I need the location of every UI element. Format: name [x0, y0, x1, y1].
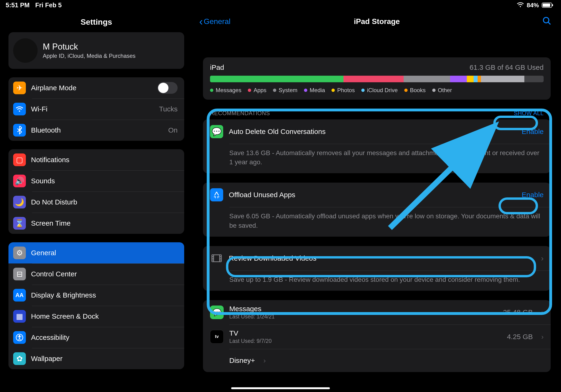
- accessibility-label: Accessibility: [31, 334, 69, 341]
- notifications-row[interactable]: ▢Notifications: [9, 149, 184, 170]
- battery-icon: [542, 3, 552, 8]
- general-row[interactable]: ⚙General: [9, 242, 184, 263]
- recommendation-offload: Offload Unused Apps Enable Save 6.05 GB …: [203, 183, 551, 236]
- storage-summary-card: iPad 61.3 GB of 64 GB Used MessagesAppsS…: [203, 57, 551, 100]
- home-row[interactable]: ▦Home Screen & Dock: [9, 306, 184, 327]
- bluetooth-label: Bluetooth: [31, 126, 61, 134]
- app-size: 25.48 GB: [503, 308, 533, 316]
- wallpaper-label: Wallpaper: [31, 355, 63, 363]
- sounds-icon: 🔊: [13, 174, 26, 187]
- storage-seg-other: [481, 76, 524, 82]
- wifi-row[interactable]: Wi-Fi Tucks: [9, 98, 184, 120]
- rec-auto-delete-desc: Save 13.6 GB - Automatically removes all…: [203, 144, 551, 173]
- display-icon: AA: [13, 289, 26, 302]
- profile-name: M Potuck: [43, 42, 136, 52]
- airplane-mode-switch[interactable]: [157, 82, 178, 94]
- storage-seg-icloud-drive: [474, 76, 478, 82]
- app-name: TV: [229, 329, 271, 337]
- recommendation-videos: Review Downloaded Videos › Save up to 1.…: [203, 246, 551, 291]
- settings-sidebar: Settings M Potuck Apple ID, iCloud, Medi…: [0, 10, 193, 392]
- appstore-icon: [210, 188, 223, 201]
- app-size: 4.25 GB: [507, 333, 533, 341]
- airplane-mode-row[interactable]: ✈ Airplane Mode: [9, 77, 184, 98]
- bluetooth-value: On: [168, 126, 178, 134]
- messages-icon: 💬: [210, 305, 224, 319]
- svg-point-1: [19, 335, 20, 336]
- airplane-icon: ✈: [13, 82, 26, 94]
- chevron-right-icon: ›: [541, 308, 544, 316]
- rec-auto-delete-row[interactable]: 💬 Auto Delete Old Conversations Enable: [203, 120, 551, 144]
- wifi-settings-icon: [13, 103, 26, 115]
- storage-seg-messages: [210, 76, 344, 82]
- chevron-right-icon: ›: [263, 357, 266, 364]
- display-row[interactable]: AADisplay & Brightness: [9, 285, 184, 306]
- storage-used-text: 61.3 GB of 64 GB Used: [470, 64, 544, 71]
- rec-offload-row[interactable]: Offload Unused Apps Enable: [203, 183, 551, 207]
- sounds-row[interactable]: 🔊Sounds: [9, 170, 184, 192]
- legend-item: iCloud Drive: [361, 87, 398, 94]
- wallpaper-icon: ✿: [13, 352, 26, 365]
- rec-offload-title: Offload Unused Apps: [229, 191, 295, 199]
- profile-subtitle: Apple ID, iCloud, Media & Purchases: [43, 53, 136, 59]
- storage-seg-books: [478, 76, 481, 82]
- app-root: 5:51 PM Fri Feb 5 84% Settings M Po: [0, 0, 561, 392]
- wallpaper-row[interactable]: ✿Wallpaper: [9, 348, 184, 369]
- rec-offload-enable[interactable]: Enable: [522, 191, 544, 199]
- dnd-row[interactable]: 🌙Do Not Disturb: [9, 192, 184, 213]
- recommendations-label: Recommendations: [210, 110, 270, 117]
- notifications-icon: ▢: [13, 153, 26, 166]
- screentime-label: Screen Time: [31, 219, 70, 227]
- bluetooth-icon: [13, 124, 26, 137]
- legend-item: Media: [304, 87, 325, 94]
- app-row[interactable]: 💬MessagesLast Used: 1/24/2125.48 GB›: [203, 300, 551, 325]
- rec-videos-title: Review Downloaded Videos: [229, 254, 316, 262]
- profile-card[interactable]: M Potuck Apple ID, iCloud, Media & Purch…: [9, 32, 184, 69]
- control-center-icon: ⊟: [13, 268, 26, 280]
- legend-item: System: [273, 87, 297, 94]
- storage-seg-system: [404, 76, 450, 82]
- control-center-row[interactable]: ⊟Control Center: [9, 263, 184, 285]
- dnd-label: Do Not Disturb: [31, 198, 77, 206]
- airplane-mode-label: Airplane Mode: [31, 84, 76, 92]
- battery-percent: 84%: [527, 2, 539, 9]
- recommendations-header: Recommendations SHOW ALL: [203, 100, 551, 120]
- rec-auto-delete-enable[interactable]: Enable: [522, 128, 544, 136]
- detail-pane: ‹ General iPad Storage iPad 61.3 GB of 6…: [193, 10, 561, 392]
- accessibility-row[interactable]: Accessibility: [9, 327, 184, 348]
- app-name: Disney+: [229, 357, 255, 364]
- wifi-label: Wi-Fi: [31, 105, 47, 113]
- page-title: iPad Storage: [193, 17, 561, 26]
- rec-auto-delete-title: Auto Delete Old Conversations: [229, 128, 326, 136]
- messages-icon: 💬: [210, 125, 223, 138]
- legend-item: Other: [432, 87, 452, 94]
- chevron-right-icon: ›: [541, 254, 544, 263]
- connectivity-card: ✈ Airplane Mode Wi-Fi Tucks: [9, 77, 184, 141]
- bluetooth-row[interactable]: Bluetooth On: [9, 120, 184, 141]
- sounds-label: Sounds: [31, 177, 55, 185]
- legend-item: Books: [404, 87, 426, 94]
- app-row[interactable]: Disney+›: [203, 349, 551, 372]
- status-bar: 5:51 PM Fri Feb 5 84%: [0, 0, 561, 10]
- rec-offload-desc: Save 6.05 GB - Automatically offload unu…: [203, 207, 551, 236]
- control-center-label: Control Center: [31, 270, 77, 278]
- wifi-icon: [517, 2, 524, 9]
- home-indicator[interactable]: [231, 387, 330, 389]
- status-time: 5:51 PM: [6, 2, 30, 9]
- rec-videos-row[interactable]: Review Downloaded Videos ›: [203, 246, 551, 271]
- show-all-button[interactable]: SHOW ALL: [514, 110, 544, 117]
- general-label: General: [31, 249, 56, 257]
- notifications-card: ▢Notifications 🔊Sounds 🌙Do Not Disturb ⌛…: [9, 149, 184, 234]
- status-date: Fri Feb 5: [35, 2, 62, 9]
- storage-bar: [210, 76, 544, 82]
- screentime-icon: ⌛: [13, 217, 26, 230]
- app-icon: [210, 354, 224, 367]
- storage-legend: MessagesAppsSystemMediaPhotosiCloud Driv…: [210, 87, 544, 94]
- app-row[interactable]: tvTVLast Used: 9/7/204.25 GB›: [203, 325, 551, 349]
- app-sub: Last Used: 9/7/20: [229, 338, 271, 344]
- sidebar-title: Settings: [0, 10, 193, 32]
- screentime-row[interactable]: ⌛Screen Time: [9, 213, 184, 234]
- legend-item: Messages: [210, 87, 241, 94]
- home-icon: ▦: [13, 310, 26, 323]
- app-sub: Last Used: 1/24/21: [229, 314, 275, 320]
- home-label: Home Screen & Dock: [31, 312, 99, 320]
